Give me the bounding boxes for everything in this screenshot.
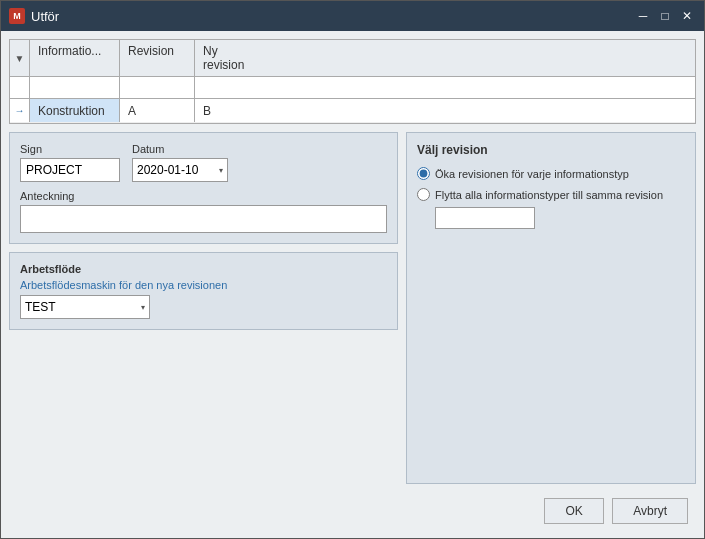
radio-input2[interactable]: [417, 188, 430, 201]
table-filter-row: [10, 77, 695, 99]
window-title: Utför: [31, 9, 634, 24]
valj-title: Välj revision: [417, 143, 685, 157]
datum-dropdown-icon[interactable]: ▾: [219, 166, 223, 175]
main-window: M Utför ─ □ ✕ ▼ Informatio... Revision N…: [0, 0, 705, 539]
bottom-area: Sign Datum ▾ Anteckning: [9, 132, 696, 484]
cell-new-revision: B: [195, 99, 270, 122]
workflow-select-wrapper: TEST ▾: [20, 295, 150, 319]
filter-icon: ▼: [10, 40, 30, 76]
col-header-info: Informatio...: [30, 40, 120, 76]
main-content: ▼ Informatio... Revision Ny revision → K…: [1, 31, 704, 538]
revision-text-input[interactable]: [435, 207, 535, 229]
radio-label1: Öka revisionen för varje informationstyp: [435, 168, 629, 180]
filter-cell-new-revision: [195, 77, 270, 98]
revision-table: ▼ Informatio... Revision Ny revision → K…: [9, 39, 696, 124]
datum-label: Datum: [132, 143, 228, 155]
anteckning-label: Anteckning: [20, 190, 387, 202]
datum-input[interactable]: [137, 163, 217, 177]
anteckning-input[interactable]: [20, 205, 387, 233]
radio-option2[interactable]: Flytta alla informationstyper till samma…: [417, 188, 685, 201]
col-header-new-revision: Ny revision: [195, 40, 270, 76]
workflow-subtitle: Arbetsflödesmaskin för den nya revisione…: [20, 279, 387, 291]
maximize-button[interactable]: □: [656, 7, 674, 25]
footer: OK Avbryt: [9, 492, 696, 530]
sign-label: Sign: [20, 143, 120, 155]
workflow-dropdown-icon: ▾: [141, 303, 145, 312]
right-panel: Välj revision Öka revisionen för varje i…: [406, 132, 696, 484]
radio-label2: Flytta alla informationstyper till samma…: [435, 189, 663, 201]
filter-cell-revision: [120, 77, 195, 98]
datum-wrapper: ▾: [132, 158, 228, 182]
col-header-revision: Revision: [120, 40, 195, 76]
window-controls: ─ □ ✕: [634, 7, 696, 25]
row-arrow-filter: [10, 77, 30, 98]
row-arrow: →: [10, 99, 30, 122]
ok-button[interactable]: OK: [544, 498, 604, 524]
table-row: → Konstruktion A B: [10, 99, 695, 123]
radio-group: Öka revisionen för varje informationstyp…: [417, 167, 685, 201]
cell-revision: A: [120, 99, 195, 122]
close-button[interactable]: ✕: [678, 7, 696, 25]
left-panel: Sign Datum ▾ Anteckning: [9, 132, 398, 484]
cell-info: Konstruktion: [30, 99, 120, 122]
table-header: ▼ Informatio... Revision Ny revision: [10, 40, 695, 77]
radio-option1[interactable]: Öka revisionen för varje informationstyp: [417, 167, 685, 180]
sign-group: Sign: [20, 143, 120, 182]
sign-input[interactable]: [20, 158, 120, 182]
workflow-select[interactable]: TEST: [25, 300, 141, 314]
sign-datum-row: Sign Datum ▾: [20, 143, 387, 182]
workflow-panel: Arbetsflöde Arbetsflödesmaskin för den n…: [9, 252, 398, 330]
anteckning-group: Anteckning: [20, 190, 387, 233]
cancel-button[interactable]: Avbryt: [612, 498, 688, 524]
filter-cell-info: [30, 77, 120, 98]
sign-datum-panel: Sign Datum ▾ Anteckning: [9, 132, 398, 244]
radio-input1[interactable]: [417, 167, 430, 180]
app-logo: M: [9, 8, 25, 24]
workflow-title: Arbetsflöde: [20, 263, 387, 275]
datum-group: Datum ▾: [132, 143, 228, 182]
valj-revision-panel: Välj revision Öka revisionen för varje i…: [406, 132, 696, 484]
minimize-button[interactable]: ─: [634, 7, 652, 25]
title-bar: M Utför ─ □ ✕: [1, 1, 704, 31]
